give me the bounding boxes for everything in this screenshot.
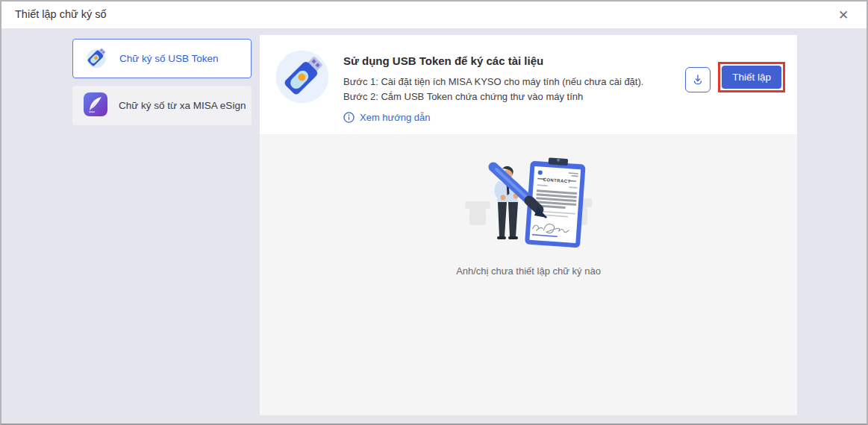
- sidebar-item-misa-esign[interactable]: Chữ ký số từ xa MISA eSign: [72, 86, 252, 125]
- signature-type-sidebar: Chữ ký số USB Token Chữ ký số: [72, 39, 252, 125]
- guide-link[interactable]: Xem hướng dẫn: [343, 112, 685, 123]
- guide-link-label: Xem hướng dẫn: [360, 112, 431, 123]
- close-icon[interactable]: ✕: [835, 7, 852, 23]
- download-icon: [691, 73, 705, 86]
- step-1: Bước 1: Cài đặt tiện ích MISA KYSO cho m…: [343, 75, 685, 89]
- sidebar-item-usb-token[interactable]: Chữ ký số USB Token: [72, 39, 252, 78]
- empty-state-message: Anh/chị chưa thiết lập chữ ký nào: [456, 265, 601, 277]
- setup-signature-dialog: Thiết lập chữ ký số ✕ Chữ ký số: [0, 0, 868, 425]
- dialog-titlebar: Thiết lập chữ ký số ✕: [1, 1, 867, 29]
- dialog-title: Thiết lập chữ ký số: [15, 8, 107, 20]
- usb-token-icon: [83, 44, 110, 74]
- man-signing-contract-illustration: CONTRACT: [463, 155, 594, 256]
- sidebar-item-label: Chữ ký số từ xa MISA eSign: [119, 100, 246, 111]
- annotation-highlight-box: Thiết lập: [718, 62, 785, 92]
- usb-token-large-icon: [275, 49, 330, 104]
- usb-token-header-card: Sử dụng USB Token để ký các tài liệu Bướ…: [260, 35, 797, 134]
- header-controls: Thiết lập: [685, 62, 785, 134]
- download-button[interactable]: [685, 67, 711, 92]
- header-text: Sử dụng USB Token để ký các tài liệu Bướ…: [343, 47, 685, 134]
- main-panel: Sử dụng USB Token để ký các tài liệu Bướ…: [260, 35, 797, 415]
- empty-state-area: CONTRACT: [260, 134, 797, 415]
- info-icon: [343, 112, 355, 123]
- setup-button[interactable]: Thiết lập: [722, 66, 781, 89]
- step-2: Bước 2: Cắm USB Token chứa chứng thư vào…: [343, 89, 685, 104]
- sidebar-item-label: Chữ ký số USB Token: [119, 53, 219, 64]
- usb-token-title: Sử dụng USB Token để ký các tài liệu: [343, 54, 685, 67]
- esign-quill-icon: [82, 91, 109, 121]
